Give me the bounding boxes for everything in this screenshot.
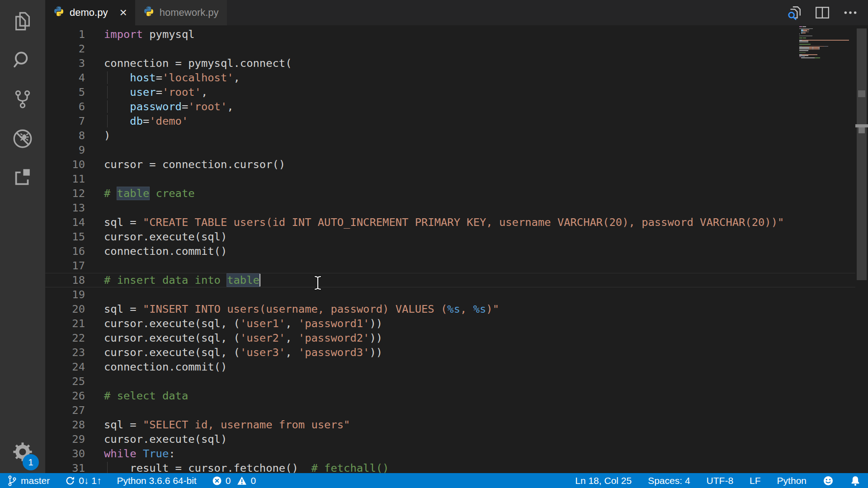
- extensions-icon[interactable]: [0, 162, 45, 193]
- line-number: 24: [45, 360, 85, 374]
- line-number: 10: [45, 157, 85, 172]
- code-line-28[interactable]: 28sql = "SELECT id, username from users": [45, 418, 868, 432]
- tab-label: homework.py: [160, 7, 219, 19]
- code-line-26[interactable]: 26# select data: [45, 389, 868, 403]
- code-lines[interactable]: 1import pymysql23connection = pymysql.co…: [45, 25, 868, 473]
- python-interpreter-item[interactable]: Python 3.6.6 64-bit: [117, 475, 196, 486]
- source-control-icon[interactable]: [0, 83, 45, 115]
- problems-item[interactable]: 0 0: [212, 475, 256, 486]
- code-line-8[interactable]: 8): [45, 128, 868, 143]
- code-line-24[interactable]: 24connection.commit(): [45, 360, 868, 374]
- line-number: 30: [45, 446, 85, 461]
- line-number: 19: [45, 287, 85, 302]
- code-line-11[interactable]: 11: [45, 172, 868, 186]
- split-editor-icon[interactable]: [815, 5, 830, 20]
- line-number: 13: [45, 201, 85, 215]
- code-line-27[interactable]: 27: [45, 403, 868, 418]
- line-number: 15: [45, 230, 85, 244]
- code-line-2[interactable]: 2: [45, 42, 868, 56]
- editor-actions: [787, 0, 868, 25]
- code-line-7[interactable]: 7 db='demo': [45, 114, 868, 128]
- search-editor-icon[interactable]: [787, 5, 802, 20]
- code-line-1[interactable]: 1import pymysql: [45, 27, 868, 42]
- notifications-bell-icon[interactable]: [850, 475, 861, 486]
- scrollbar-thumb[interactable]: [857, 28, 867, 280]
- code-line-13[interactable]: 13: [45, 201, 868, 215]
- minimap[interactable]: [798, 26, 855, 297]
- line-number: 2: [45, 42, 85, 56]
- warnings-icon: [237, 476, 247, 486]
- line-number: 3: [45, 56, 85, 70]
- scrollbar[interactable]: [855, 25, 868, 473]
- overview-ruler-mark: [858, 90, 865, 97]
- line-number: 27: [45, 403, 85, 418]
- cursor-position-item[interactable]: Ln 18, Col 25: [575, 475, 632, 486]
- line-number: 1: [45, 27, 85, 42]
- line-number: 16: [45, 244, 85, 258]
- search-icon[interactable]: [0, 44, 45, 76]
- overview-ruler-mark: [855, 124, 868, 127]
- status-bar: master 0↓ 1↑ Python 3.6.6 64-bit 0 0: [0, 473, 868, 488]
- line-number: 25: [45, 374, 85, 389]
- debug-icon[interactable]: [0, 123, 45, 155]
- tab-bar: demo.py × homework.py: [45, 0, 868, 25]
- tab-label: demo.py: [70, 7, 108, 19]
- code-editor[interactable]: 1import pymysql23connection = pymysql.co…: [45, 25, 868, 473]
- code-line-3[interactable]: 3connection = pymysql.connect(: [45, 56, 868, 70]
- settings-gear-icon[interactable]: 1: [0, 436, 45, 468]
- feedback-smiley-icon[interactable]: [823, 475, 834, 486]
- line-number: 9: [45, 143, 85, 157]
- code-line-4[interactable]: 4 host='localhost',: [45, 70, 868, 85]
- tab-demo-py[interactable]: demo.py ×: [45, 0, 135, 25]
- sync-item[interactable]: 0↓ 1↑: [65, 475, 101, 486]
- error-count: 0: [226, 475, 231, 486]
- text-caret: [259, 274, 261, 286]
- encoding-item[interactable]: UTF-8: [707, 475, 734, 486]
- tab-homework-py[interactable]: homework.py: [135, 0, 227, 25]
- indentation-item[interactable]: Spaces: 4: [648, 475, 690, 486]
- line-number: 31: [45, 461, 85, 473]
- code-line-5[interactable]: 5 user='root',: [45, 85, 868, 99]
- python-file-icon: [143, 6, 154, 19]
- code-line-29[interactable]: 29cursor.execute(sql): [45, 432, 868, 446]
- more-actions-icon[interactable]: [843, 5, 858, 20]
- code-line-30[interactable]: 30while True:: [45, 446, 868, 461]
- line-number: 28: [45, 418, 85, 432]
- sync-counts: 0↓ 1↑: [79, 475, 101, 486]
- code-line-12[interactable]: 12# table create: [45, 186, 868, 201]
- code-line-15[interactable]: 15cursor.execute(sql): [45, 230, 868, 244]
- line-number: 5: [45, 85, 85, 99]
- git-branch-item[interactable]: master: [7, 475, 50, 487]
- errors-icon: [212, 476, 222, 486]
- code-line-14[interactable]: 14sql = "CREATE TABLE users(id INT AUTO_…: [45, 215, 868, 230]
- code-line-6[interactable]: 6 password='root',: [45, 99, 868, 114]
- code-line-21[interactable]: 21cursor.execute(sql, ('user1', 'passwor…: [45, 316, 868, 331]
- eol-item[interactable]: LF: [750, 475, 761, 486]
- code-line-25[interactable]: 25: [45, 374, 868, 389]
- code-line-16[interactable]: 16connection.commit(): [45, 244, 868, 258]
- line-number: 18: [45, 273, 85, 287]
- code-line-23[interactable]: 23cursor.execute(sql, ('user3', 'passwor…: [45, 345, 868, 360]
- code-line-9[interactable]: 9: [45, 143, 868, 157]
- code-line-17[interactable]: 17: [45, 258, 868, 273]
- line-number: 6: [45, 99, 85, 114]
- line-number: 4: [45, 70, 85, 85]
- close-icon[interactable]: ×: [119, 6, 127, 19]
- code-line-19[interactable]: 19: [45, 287, 868, 302]
- language-mode-item[interactable]: Python: [777, 475, 807, 486]
- line-number: 12: [45, 186, 85, 201]
- warning-count: 0: [250, 475, 256, 486]
- branch-name: master: [21, 475, 50, 486]
- line-number: 23: [45, 345, 85, 360]
- line-number: 14: [45, 215, 85, 230]
- sync-icon: [65, 476, 75, 486]
- overview-ruler-mark: [859, 127, 865, 133]
- line-number: 7: [45, 114, 85, 128]
- explorer-icon[interactable]: [0, 5, 45, 37]
- settings-badge: 1: [23, 454, 39, 470]
- code-line-31[interactable]: 31 result = cursor.fetchone() # fetchall…: [45, 461, 868, 473]
- code-line-10[interactable]: 10cursor = connection.cursor(): [45, 157, 868, 172]
- code-line-20[interactable]: 20sql = "INSERT INTO users(username, pas…: [45, 302, 868, 316]
- code-line-18[interactable]: 18# insert data into table: [45, 273, 868, 287]
- code-line-22[interactable]: 22cursor.execute(sql, ('user2', 'passwor…: [45, 331, 868, 345]
